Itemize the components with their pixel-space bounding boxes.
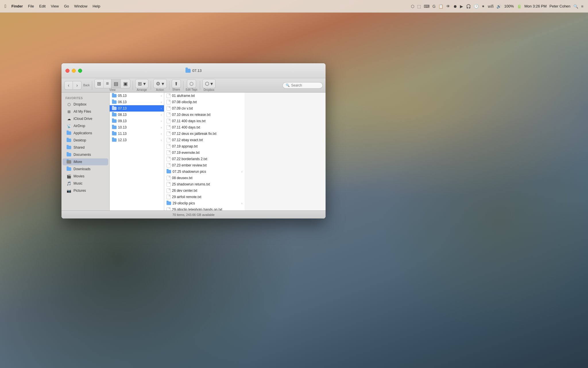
sidebar-item-applications[interactable]: Applications: [63, 130, 108, 137]
documents-icon: [67, 152, 71, 157]
record-icon[interactable]: ⏺: [453, 4, 457, 9]
sidebar-item-music[interactable]: 🎵 Music: [63, 180, 108, 187]
menubar:  Finder File Edit View Go Window Help ⬡…: [0, 0, 588, 13]
menu-go[interactable]: Go: [64, 4, 69, 8]
username[interactable]: Peter Cohen: [550, 4, 570, 8]
sidebar-item-desktop[interactable]: Desktop: [63, 137, 108, 144]
eye-icon[interactable]: 👁: [446, 4, 450, 9]
col2-item-25shadowrunreturns.txt[interactable]: 25 shadowrun returns.txt: [164, 181, 245, 187]
arrange-label: Arrange: [137, 88, 147, 91]
share-btn[interactable]: ⬆: [172, 79, 181, 88]
dropbox-menubar-icon[interactable]: ⬡: [411, 4, 414, 9]
col2-item-07.12deusexjailbreakfix.txt[interactable]: 07.12 deus ex jailbreak fix.txt: [164, 131, 245, 137]
close-button[interactable]: [65, 69, 69, 73]
col1-item-06.13[interactable]: 06.13›: [110, 99, 164, 105]
col2-item-07.25shadowrunpics[interactable]: 07.25 shadowrun pics›: [164, 168, 245, 175]
col2-item-01aluframe.txt[interactable]: 01 aluframe.txt: [164, 93, 245, 99]
sidebar: Favorites ⬡ Dropbox ⊞ All My Files ☁ iCl…: [61, 93, 110, 210]
col2-item-08deusex.txt[interactable]: 08 deusex.txt: [164, 175, 245, 181]
clipboard-icon[interactable]: 📋: [438, 4, 443, 9]
sidebar-item-airdrop[interactable]: 📡 AirDrop: [63, 122, 108, 129]
sidebar-label-allmyfiles: All My Files: [74, 110, 91, 114]
notification-icon[interactable]: ≡: [581, 4, 583, 9]
col1-item-05.13[interactable]: 05.13›: [110, 93, 164, 99]
volume-icon[interactable]: 🔊: [496, 4, 501, 9]
col1-item-07.13[interactable]: 07.13›: [110, 105, 164, 112]
search-input[interactable]: [291, 83, 320, 87]
col1-item-10.13[interactable]: 10.13›: [110, 124, 164, 131]
list-view-btn[interactable]: ≡: [103, 79, 111, 88]
col2-item-29olloclippics[interactable]: 29 olloclip pics›: [164, 200, 245, 206]
menu-help[interactable]: Help: [92, 4, 100, 8]
edit-tags-btn[interactable]: ⬡: [187, 79, 196, 88]
arrange-group: ⊞ ▾: [135, 79, 148, 88]
view-label: View: [109, 88, 116, 91]
arrange-btn[interactable]: ⊞ ▾: [136, 79, 148, 88]
sidebar-item-icloud[interactable]: ☁ iCloud Drive: [63, 115, 108, 122]
desktop-icon: [67, 138, 71, 143]
col2-item-07.12ebayexact.txt[interactable]: 07.12 ebay exact.txt: [164, 137, 245, 143]
battery-icon: 🔋: [517, 4, 522, 9]
spotlight-icon[interactable]: 🔍: [573, 4, 578, 9]
time-machine-icon[interactable]: 🕐: [474, 4, 479, 9]
sidebar-item-dropbox[interactable]: ⬡ Dropbox: [63, 101, 108, 108]
action-btn[interactable]: ⚙ ▾: [154, 79, 167, 88]
search-icon: 🔍: [286, 83, 290, 87]
col2-item-07.23emberreview.txt[interactable]: 07.23 ember review.txt: [164, 162, 245, 168]
bluetooth-icon[interactable]: ⁕: [481, 4, 485, 9]
sidebar-label-music: Music: [74, 181, 82, 185]
cover-flow-btn[interactable]: ▣: [121, 79, 130, 88]
column-view-btn[interactable]: ▤: [111, 79, 121, 88]
menu-finder[interactable]: Finder: [11, 4, 23, 8]
sidebar-item-imore[interactable]: iMore: [63, 158, 108, 165]
sidebar-item-shared[interactable]: Shared: [63, 144, 108, 151]
dropbox-label: Dropbox: [204, 88, 214, 91]
sidebar-item-movies[interactable]: 🎬 Movies: [63, 173, 108, 180]
back-label: Back: [83, 84, 90, 87]
forward-button[interactable]: ›: [73, 81, 82, 90]
menu-view[interactable]: View: [51, 4, 59, 8]
sidebar-item-documents[interactable]: Documents: [63, 151, 108, 158]
col2-item-07.09civv.txt[interactable]: 07.09 civ v.txt: [164, 105, 245, 112]
menu-window[interactable]: Window: [74, 4, 87, 8]
sidebar-item-downloads[interactable]: Downloads: [63, 166, 108, 172]
col1-item-08.13[interactable]: 08.13›: [110, 112, 164, 118]
sidebar-item-pictures[interactable]: 📷 Pictures: [63, 187, 108, 194]
dropbox-btn[interactable]: ⬡ ▾: [203, 79, 216, 88]
airplay-icon[interactable]: ▶: [460, 4, 463, 9]
col2-item-26devcenter.txt[interactable]: 26 dev center.txt: [164, 187, 245, 194]
minimize-button[interactable]: [72, 69, 76, 73]
col2-item-07.19appnap.txt[interactable]: 07.19 appnap.txt: [164, 143, 245, 150]
apple-menu[interactable]: : [5, 4, 6, 9]
menu-file[interactable]: File: [28, 4, 34, 8]
col2-item-07.11400days.txt[interactable]: 07.11 400 days.txt: [164, 124, 245, 131]
col2-item-29airfoilremote.txt[interactable]: 29 airfoil remote.txt: [164, 194, 245, 200]
col1-item-09.13[interactable]: 09.13›: [110, 118, 164, 124]
status-bar: 70 items, 243.66 GB available: [61, 210, 326, 218]
toolbar-sep-3: [151, 81, 151, 90]
sidebar-label-dropbox: Dropbox: [74, 102, 86, 106]
back-button[interactable]: ‹: [64, 81, 73, 90]
keyboard-icon[interactable]: ⌨: [424, 4, 430, 9]
wifi-icon[interactable]: wifi: [488, 4, 494, 9]
finder-body: Favorites ⬡ Dropbox ⊞ All My Files ☁ iCl…: [61, 93, 326, 210]
sidebar-item-allmyfiles[interactable]: ⊞ All My Files: [63, 108, 108, 115]
sidebar-section-label: Favorites: [61, 95, 109, 101]
col2-item-07.11400daysios.txt[interactable]: 07.11 400 days ios.txt: [164, 118, 245, 124]
col1-item-11.13[interactable]: 11.13›: [110, 131, 164, 137]
window-title: 07.13: [185, 68, 202, 73]
music-icon: 🎵: [67, 181, 71, 186]
audio-icon[interactable]: 🎧: [466, 4, 471, 9]
nav-buttons: ‹ ›: [64, 81, 82, 90]
col2-item-07.08olloclip.txt[interactable]: 07.08 olloclip.txt: [164, 99, 245, 105]
col2-item-29ollocliptelephotohandson.txt[interactable]: 29 olloclip telephoto hands on.txt: [164, 206, 245, 210]
col2-item-07.22borderlands2.txt[interactable]: 07.22 borderlands 2.txt: [164, 156, 245, 162]
col1-item-12.13[interactable]: 12.13›: [110, 137, 164, 143]
menu-edit[interactable]: Edit: [39, 4, 46, 8]
col2-item-07.19evernote.txt[interactable]: 07.19 evernote.txt: [164, 150, 245, 156]
icon-view-btn[interactable]: ⊞: [95, 79, 103, 88]
maximize-button[interactable]: [78, 69, 82, 73]
col2-item-07.10deusexrelease.txt[interactable]: 07.10 deus ex release.txt: [164, 112, 245, 118]
g-icon[interactable]: G: [432, 4, 436, 9]
screen-icon[interactable]: ⬚: [417, 4, 421, 9]
